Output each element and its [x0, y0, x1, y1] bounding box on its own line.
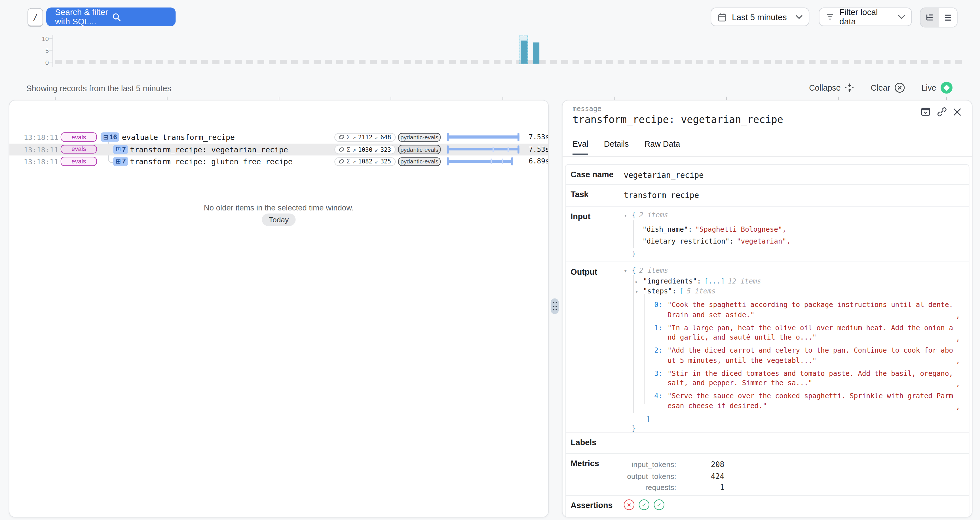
- tree-view-toggle[interactable]: [921, 8, 939, 27]
- item-count: 12 items: [728, 276, 761, 286]
- eval-table: Case name vegetarian_recipe Task transfo…: [565, 164, 969, 518]
- live-label: Live: [921, 83, 936, 92]
- task-row: Task transform_recipe: [566, 185, 969, 206]
- search-button[interactable]: Search & filter with SQL...: [46, 7, 175, 26]
- output-tokens-arrow-icon: ↙: [375, 134, 378, 141]
- live-toggle[interactable]: Live: [921, 82, 953, 94]
- clear-icon: [894, 82, 905, 93]
- duration-bar: [447, 145, 520, 153]
- token-usage-badge: Σ ↗2112 ↙648: [334, 133, 395, 142]
- collapse-button[interactable]: Collapse: [809, 83, 854, 92]
- today-chip[interactable]: Today: [262, 214, 296, 226]
- task-value: transform_recipe: [624, 190, 699, 200]
- copy-link-icon[interactable]: [937, 107, 947, 117]
- input-tokens-arrow-icon: ↗: [352, 146, 356, 153]
- input-json-tree: ▾{2 items "dish_name":"Spaghetti Bologne…: [624, 207, 965, 262]
- json-value: "Spaghetti Bolognese",: [695, 223, 786, 235]
- package-tag[interactable]: pydantic-evals: [398, 133, 441, 142]
- assertion-fail-icon[interactable]: ✕: [624, 499, 634, 510]
- view-mode-toggle: [920, 7, 957, 27]
- search-button-label: Search & filter with SQL...: [55, 7, 111, 26]
- tab-raw-data[interactable]: Raw Data: [644, 140, 680, 155]
- coin-icon: [339, 159, 345, 164]
- token-usage-badge: Σ ↗1082 ↙325: [334, 157, 395, 166]
- coin-icon: [339, 134, 345, 140]
- package-tag[interactable]: pydantic-evals: [398, 145, 441, 154]
- trace-list-panel: No older items in the selected time wind…: [9, 100, 549, 518]
- child-count: 16: [110, 134, 117, 140]
- evals-tag[interactable]: evals: [61, 132, 97, 141]
- assertion-pass-icon[interactable]: ✓: [654, 499, 664, 510]
- open-brace: {: [632, 211, 636, 220]
- list-view-icon: [943, 13, 953, 22]
- duration-bar: [447, 133, 520, 141]
- chevron-down-icon[interactable]: ▾: [624, 211, 629, 220]
- y-tick-mark: [49, 38, 52, 38]
- array-index: 2:: [651, 346, 663, 365]
- assertion-pass-icon[interactable]: ✓: [639, 499, 649, 510]
- json-key: "steps":: [643, 287, 676, 296]
- histogram-bar[interactable]: [533, 43, 539, 63]
- collapse-children-badge[interactable]: ⊟ 16: [101, 132, 119, 142]
- y-axis-tick-0: 0: [11, 59, 49, 66]
- duration-text: 7.53s: [512, 133, 549, 141]
- comma: ,: [956, 403, 960, 411]
- collapse-label: Collapse: [809, 83, 841, 92]
- x-tick-mark: [946, 97, 947, 100]
- step-item: 1:"In a large pan, heat the olive oil ov…: [651, 323, 959, 342]
- comma: ,: [956, 380, 960, 388]
- expand-children-badge[interactable]: ⊞ 7: [113, 157, 128, 166]
- row-timestamp: 13:18:11: [24, 157, 59, 166]
- trace-row-vegetarian-recipe[interactable]: 13:18:11 evals ⊞ 7 transform_recipe: veg…: [10, 143, 548, 155]
- chevron-down-icon: [898, 15, 905, 19]
- panel-resize-handle[interactable]: [551, 298, 559, 314]
- labels-label: Labels: [571, 438, 597, 447]
- step-item: 2:"Add the diced carrot and celery to th…: [651, 346, 959, 365]
- chevron-down-icon[interactable]: ▾: [635, 287, 640, 297]
- dock-panel-icon[interactable]: [921, 107, 931, 117]
- array-index: 1:: [651, 323, 663, 342]
- live-indicator-icon: [940, 82, 953, 94]
- filter-label: Filter local data: [839, 7, 893, 26]
- tab-eval[interactable]: Eval: [573, 140, 589, 155]
- case-name-row: Case name vegetarian_recipe: [566, 165, 969, 185]
- evals-tag[interactable]: evals: [61, 157, 97, 166]
- clear-button[interactable]: Clear: [870, 82, 905, 93]
- output-tokens-count: 325: [380, 158, 391, 165]
- slash-shortcut-key: /: [27, 8, 43, 27]
- timeline-histogram: 10 5 0 Mar 31. 13:15:30 13:16:07 13:16:4…: [0, 33, 980, 78]
- metric-item: requests:1: [624, 482, 724, 494]
- trace-row-gluten-free-recipe[interactable]: 13:18:11 evals ⊞ 7 transform_recipe: glu…: [10, 155, 548, 168]
- json-key: "dietary_restriction":: [643, 235, 733, 247]
- sum-icon: Σ: [347, 134, 350, 141]
- y-axis-tick-5: 5: [11, 48, 49, 54]
- output-tokens-arrow-icon: ↙: [375, 158, 378, 165]
- assertions-row: Assertions ✕ ✓ ✓: [566, 496, 969, 517]
- tab-details[interactable]: Details: [604, 140, 629, 155]
- row-timestamp: 13:18:11: [24, 133, 59, 142]
- list-view-toggle[interactable]: [939, 8, 957, 27]
- plus-square-icon: ⊞: [116, 159, 121, 165]
- sum-icon: Σ: [347, 158, 350, 165]
- duration-text: 7.53s: [512, 145, 549, 153]
- expand-children-badge[interactable]: ⊞ 7: [113, 144, 128, 154]
- span-name: transform_recipe: gluten_free_recipe: [130, 157, 292, 166]
- time-range-dropdown[interactable]: Last 5 minutes: [711, 7, 809, 26]
- detail-panel: message transform_recipe: vegetarian_rec…: [562, 100, 972, 518]
- metrics-label: Metrics: [571, 459, 599, 468]
- chevron-right-icon[interactable]: ▸: [635, 277, 640, 287]
- close-icon[interactable]: [953, 108, 961, 116]
- json-key: "dish_name":: [643, 223, 692, 235]
- json-value: "vegetarian",: [737, 235, 791, 247]
- minus-square-icon: ⊟: [103, 134, 108, 140]
- showing-records-text: Showing records from the last 5 minutes: [26, 84, 171, 93]
- evals-tag[interactable]: evals: [61, 144, 97, 154]
- trace-row-evaluate-transform-recipe[interactable]: 13:18:11 evals ⊟ 16 evaluate transform_r…: [10, 131, 548, 143]
- chevron-down-icon[interactable]: ▾: [624, 266, 629, 276]
- filter-local-data-dropdown[interactable]: Filter local data: [819, 7, 912, 26]
- plus-square-icon: ⊞: [116, 146, 121, 152]
- histogram-bar[interactable]: [520, 40, 527, 64]
- package-tag[interactable]: pydantic-evals: [398, 157, 441, 166]
- collapsed-array[interactable]: [...]: [704, 276, 725, 286]
- case-name-label: Case name: [571, 170, 613, 179]
